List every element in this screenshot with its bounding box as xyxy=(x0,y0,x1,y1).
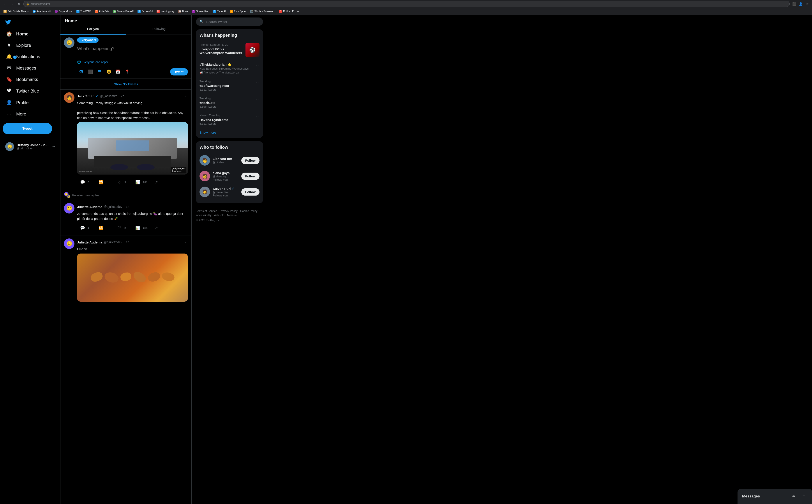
bookmark-aventure[interactable]: A Aventure Kit xyxy=(31,9,53,14)
schedule-icon-btn[interactable]: 📅 xyxy=(114,68,122,76)
search-input[interactable] xyxy=(206,20,260,24)
explore-icon: # xyxy=(6,42,12,48)
trending-liverpool[interactable]: Premier League · LIVE Liverpool FC vs Wo… xyxy=(199,40,260,60)
sidebar-item-more[interactable]: ⋯ More xyxy=(3,109,58,119)
profile-button[interactable]: 👤 xyxy=(798,1,804,7)
footer-terms[interactable]: Terms of Service xyxy=(196,209,217,213)
footer-ads[interactable]: Ads info xyxy=(214,213,225,217)
sidebar-item-notifications[interactable]: 🔔 2 Notifications xyxy=(3,51,58,62)
bookmark-sprint-label: This Sprint xyxy=(234,10,246,13)
right-sidebar: 🔍 What's happening Premier League · LIVE… xyxy=(191,15,268,504)
heart-icon: ♡ xyxy=(116,179,123,186)
footer-cookie[interactable]: Cookie Policy xyxy=(240,209,258,213)
bookmark-britt[interactable]: B Britt Builds Things xyxy=(2,9,30,14)
follow-item-alana[interactable]: 👩 alana goyal @alanaago... Follows you F… xyxy=(199,168,260,184)
twitter-logo[interactable] xyxy=(3,17,14,28)
retweet-action-j1[interactable]: 🔁 xyxy=(95,223,113,233)
list-icon-btn[interactable]: ☰ xyxy=(95,68,104,76)
trending-nazigate[interactable]: Trending #NaziGate 3,596 Tweets ··· xyxy=(199,94,260,111)
footer-accessibility[interactable]: Accessibility xyxy=(196,213,212,217)
follow-item-steven[interactable]: 🧔 Steven Puri ✓ @StevenPuri Follows you … xyxy=(199,184,260,200)
bookmark-book[interactable]: 📖 Book xyxy=(176,9,190,14)
views-action-j1[interactable]: 📊 466 xyxy=(132,223,150,233)
back-button[interactable]: ← xyxy=(2,1,8,7)
show-more-trending[interactable]: Show more xyxy=(199,128,260,134)
follow-button-steven[interactable]: Follow xyxy=(241,188,260,196)
collapse-messages-button[interactable]: ⌃ xyxy=(800,492,807,500)
sidebar-item-profile[interactable]: 👤 Profile xyxy=(3,97,58,108)
refresh-button[interactable]: ↻ xyxy=(16,1,22,7)
bookmark-toni[interactable]: T ToniWTF xyxy=(75,9,93,14)
search-bar[interactable]: 🔍 xyxy=(196,17,263,26)
footer-more[interactable]: More ··· xyxy=(227,213,237,217)
reply-action-j1[interactable]: 💬 4 xyxy=(77,223,95,233)
tweet-more-button-j2[interactable]: ··· xyxy=(180,238,188,246)
tweet-more-button-j1[interactable]: ··· xyxy=(180,203,188,210)
tab-following[interactable]: Following xyxy=(126,23,191,35)
tweet-juliette-2[interactable]: 🙂 Juliette Audema @ajuliettedev · 1h ···… xyxy=(60,236,191,307)
views-count-j1: 466 xyxy=(143,226,147,230)
tweet-author-name-j1: Juliette Audema xyxy=(77,205,102,209)
follow-item-lior[interactable]: 🧑 Lior Neu-ner @LiorNn Follow xyxy=(199,152,260,168)
bookmark-screenrun[interactable]: S ScreenRun xyxy=(190,9,211,14)
tweet-juliette-1[interactable]: 🙂 Juliette Audema @ajuliettedev · 1h ···… xyxy=(60,200,191,236)
forward-button[interactable]: → xyxy=(9,1,15,7)
trending-more-nazigate[interactable]: ··· xyxy=(255,97,260,102)
bookmark-rollbar-label: Rollbar Errors xyxy=(283,10,299,13)
sidebar-profile-name: Brittany Joiner - P... xyxy=(17,143,49,147)
globe-icon: 🌐 xyxy=(77,60,81,64)
views-action[interactable]: 📊 781 xyxy=(132,177,150,187)
sidebar-item-bookmarks[interactable]: 🔖 Bookmarks xyxy=(3,74,58,85)
footer-privacy[interactable]: Privacy Policy xyxy=(220,209,238,213)
location-icon-btn[interactable]: 📍 xyxy=(123,68,131,76)
follow-name-lior: Lior Neu-ner xyxy=(213,157,239,161)
sidebar-profile[interactable]: 🙂 Brittany Joiner - P... @britt_joiner •… xyxy=(3,140,58,154)
tab-for-you[interactable]: For you xyxy=(60,23,126,35)
tweet-header-juliette-2: Juliette Audema @ajuliettedev · 1h ··· xyxy=(77,238,188,246)
like-action-j1[interactable]: ♡ 3 xyxy=(114,223,131,233)
notification-badge: 2 xyxy=(13,56,17,59)
bookmark-button[interactable]: ☆ xyxy=(804,1,810,7)
audience-selector[interactable]: Everyone ▾ xyxy=(77,37,98,43)
submit-tweet-button[interactable]: Tweet xyxy=(170,68,188,75)
retweet-action[interactable]: 🔁 xyxy=(95,177,113,187)
bookmark-dope[interactable]: 🎵 Dope Music xyxy=(53,9,74,14)
reply-action[interactable]: 💬 6 xyxy=(77,177,95,187)
bookmark-rollbar[interactable]: R Rollbar Errors xyxy=(278,9,301,14)
show-tweets-banner[interactable]: Show 35 Tweets xyxy=(60,79,191,90)
trending-mandalorian[interactable]: #TheMandalorian ⭐ New Episodes Streaming… xyxy=(199,60,260,77)
bookmark-break[interactable]: ☕ Take a Break!! xyxy=(111,9,135,14)
trending-context-havana: News · Trending xyxy=(199,114,255,117)
sidebar-item-twitter-blue[interactable]: Twitter Blue xyxy=(3,85,58,97)
like-action[interactable]: ♡ 3 xyxy=(114,177,131,187)
sidebar-item-explore[interactable]: # Explore xyxy=(3,40,58,51)
bookmark-sprint[interactable]: ⚡ This Sprint xyxy=(228,9,248,14)
emoji-icon-btn[interactable]: 😊 xyxy=(105,68,113,76)
share-action[interactable]: ↗ xyxy=(151,177,168,187)
compose-message-button[interactable]: ✏ xyxy=(790,492,798,500)
gif-icon-btn[interactable]: ⬛ xyxy=(86,68,95,76)
bookmark-pixie[interactable]: P PixieBrix xyxy=(93,9,111,14)
tweet-more-button[interactable]: ··· xyxy=(180,92,188,100)
bookmark-screenful[interactable]: S Screenful xyxy=(136,9,154,14)
tweet-button[interactable]: Tweet xyxy=(3,123,52,134)
bookmark-shots[interactable]: 📸 Shots - Screens... xyxy=(249,9,277,14)
follow-button-alana[interactable]: Follow xyxy=(241,173,260,180)
compose-input[interactable] xyxy=(77,44,188,58)
extensions-button[interactable]: ⬛ xyxy=(791,1,797,7)
share-action-j1[interactable]: ↗ xyxy=(151,223,168,233)
follow-button-lior[interactable]: Follow xyxy=(241,157,260,164)
trending-more-havana[interactable]: ··· xyxy=(255,114,260,119)
trending-more-mandalorian[interactable]: ··· xyxy=(255,63,260,68)
heart-icon-j1: ♡ xyxy=(116,224,123,232)
media-icon-btn[interactable]: 🖼 xyxy=(77,68,85,76)
sidebar-item-home[interactable]: 🏠 Home xyxy=(3,28,58,39)
tweet-jack-smith[interactable]: 🧑 Jack Smith ✓ @_jacksmith · 2h ··· Some… xyxy=(60,90,191,190)
sidebar-item-messages[interactable]: ✉ Messages xyxy=(3,63,58,73)
bookmark-hemingway[interactable]: H Hemingway xyxy=(155,9,176,14)
trending-software[interactable]: Trending #SoftwareEngineer 1,111 Tweets … xyxy=(199,77,260,94)
bookmark-typeai[interactable]: T Type.AI xyxy=(211,9,228,14)
trending-havana[interactable]: News · Trending Havana Syndrome 5,111 Tw… xyxy=(199,111,260,128)
address-bar[interactable]: 🔒 twitter.com/home xyxy=(23,1,790,7)
trending-more-software[interactable]: ··· xyxy=(255,80,260,85)
